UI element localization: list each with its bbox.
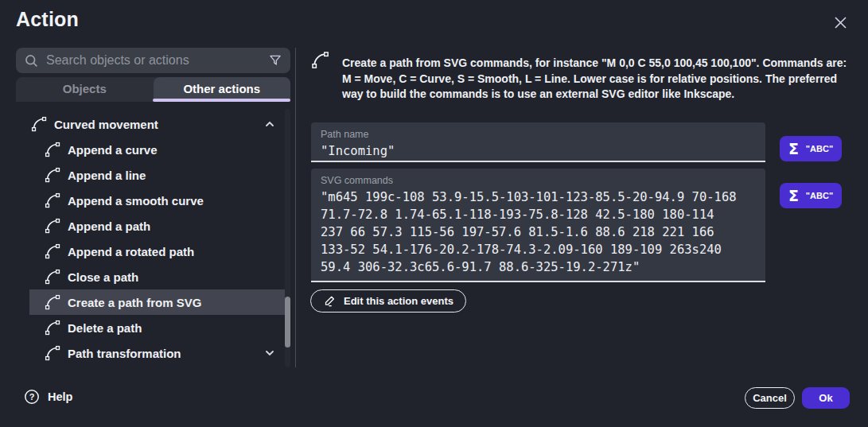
list-item[interactable]: Delete a path bbox=[29, 315, 286, 340]
list-item[interactable]: Append a curve bbox=[29, 137, 286, 162]
list-item-label: Append a line bbox=[68, 169, 146, 182]
expression-builder-button[interactable]: Σ "ABC" bbox=[780, 136, 842, 161]
search-input[interactable] bbox=[46, 53, 268, 68]
field-label: Path name bbox=[321, 129, 756, 140]
list-item[interactable]: Append a rotated path bbox=[29, 239, 286, 264]
tab-selected-underline bbox=[153, 99, 290, 102]
curve-icon bbox=[30, 115, 48, 133]
list-item-label: Curved movement bbox=[54, 118, 158, 131]
edit-action-events-button[interactable]: Edit this action events bbox=[310, 289, 466, 312]
chevron-up-icon[interactable] bbox=[264, 118, 275, 130]
curve-icon bbox=[44, 293, 61, 311]
list-item[interactable]: Close a path bbox=[29, 264, 286, 289]
chevron-down-icon[interactable] bbox=[264, 347, 275, 359]
path-name-field[interactable]: Path name "Incoming" bbox=[311, 122, 765, 162]
sigma-icon: Σ bbox=[788, 187, 799, 204]
cancel-button[interactable]: Cancel bbox=[745, 387, 795, 409]
actions-list: Curved movement Append a curve Append a … bbox=[29, 111, 286, 366]
page-title: Action bbox=[16, 8, 79, 31]
panel-divider bbox=[295, 48, 296, 367]
search-icon bbox=[24, 53, 39, 68]
scrollbar-thumb[interactable] bbox=[285, 297, 290, 347]
list-item-label: Append a path bbox=[68, 219, 150, 233]
list-item-label: Create a path from SVG bbox=[68, 296, 201, 309]
svg-commands-field[interactable]: SVG commands "m645 199c-108 53.9-15.5-10… bbox=[311, 169, 765, 282]
sigma-icon: Σ bbox=[788, 140, 799, 157]
list-item-selected[interactable]: Create a path from SVG bbox=[29, 289, 286, 315]
curve-icon bbox=[44, 192, 61, 209]
curve-icon bbox=[310, 50, 330, 70]
curve-icon bbox=[44, 268, 61, 285]
list-item-label: Path transformation bbox=[68, 347, 181, 360]
list-item-label: Append a curve bbox=[68, 143, 158, 157]
svg-text:?: ? bbox=[29, 392, 35, 402]
list-item-group[interactable]: Path transformation bbox=[29, 340, 286, 366]
curve-icon bbox=[44, 243, 61, 260]
filter-icon[interactable] bbox=[268, 53, 282, 68]
close-icon[interactable] bbox=[828, 10, 852, 34]
list-item-label: Append a rotated path bbox=[68, 245, 194, 258]
list-item-label: Close a path bbox=[68, 270, 138, 284]
curve-icon bbox=[44, 141, 61, 158]
list-item-label: Append a smooth curve bbox=[68, 194, 204, 208]
expression-builder-button[interactable]: Σ "ABC" bbox=[780, 183, 842, 208]
search-box bbox=[16, 48, 290, 73]
list-item[interactable]: Append a line bbox=[29, 162, 286, 188]
curve-icon bbox=[44, 217, 61, 235]
help-button[interactable]: ? Help bbox=[24, 389, 72, 405]
curve-icon bbox=[44, 166, 61, 184]
edit-events-label: Edit this action events bbox=[344, 295, 453, 307]
path-name-value[interactable]: "Incoming" bbox=[321, 142, 756, 160]
tab-objects[interactable]: Objects bbox=[16, 77, 154, 99]
pencil-icon bbox=[323, 294, 337, 308]
tab-other-actions[interactable]: Other actions bbox=[154, 77, 291, 99]
svg-commands-value[interactable]: "m645 199c-108 53.9-15.5-103-101-123-85.… bbox=[321, 188, 756, 276]
question-circle-icon: ? bbox=[24, 389, 40, 405]
ok-button[interactable]: Ok bbox=[802, 387, 850, 409]
list-item[interactable]: Append a smooth curve bbox=[29, 188, 286, 213]
expression-abc-label: "ABC" bbox=[806, 191, 833, 200]
expression-abc-label: "ABC" bbox=[806, 144, 833, 153]
list-item[interactable]: Append a path bbox=[29, 213, 286, 239]
action-description: Create a path from SVG commands, for ins… bbox=[342, 56, 851, 103]
help-label: Help bbox=[48, 390, 72, 403]
curve-icon bbox=[44, 344, 61, 362]
list-item-group[interactable]: Curved movement bbox=[29, 111, 286, 137]
list-item-label: Delete a path bbox=[68, 321, 142, 335]
curve-icon bbox=[44, 319, 61, 336]
field-label: SVG commands bbox=[321, 175, 756, 186]
